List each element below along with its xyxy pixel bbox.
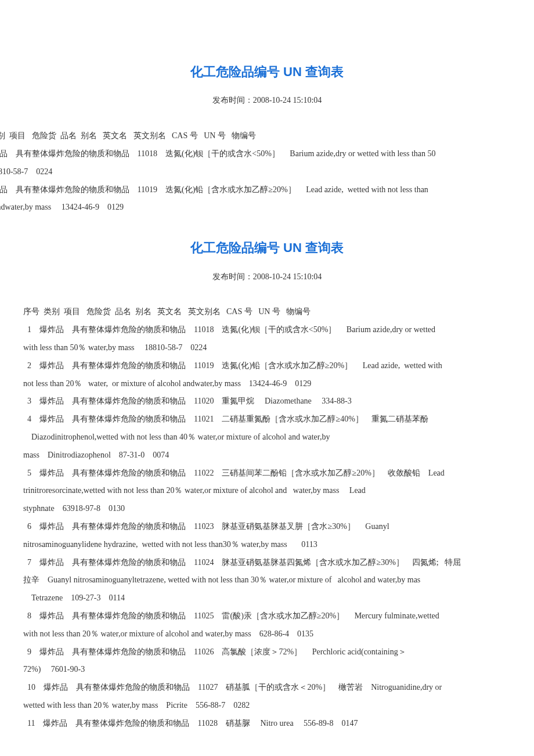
- data-row: Tetrazene 109-27-3 0114: [23, 589, 534, 607]
- data-row: 2 爆炸品 具有整体爆炸危险的物质和物品 11019 迭氮(化)铅［含水或水加乙…: [23, 357, 534, 375]
- data-row: ohol andwater,by mass 13424-46-9 0129: [0, 199, 534, 217]
- table-fragment-top: 号 类别 项目 危险货 品名 别名 英文名 英文别名 CAS 号 UN 号 物编…: [0, 127, 534, 217]
- publish-time-top: 发布时间：2008-10-24 15:10:04: [12, 92, 522, 110]
- data-row: 7 爆炸品 具有整体爆炸危险的物质和物品 11024 脒基亚硝氨基脒基四氮烯［含…: [23, 554, 534, 572]
- data-row: not less than 20％ water, or mixture of a…: [23, 375, 534, 393]
- data-row: styphnate 63918-97-8 0130: [23, 500, 534, 518]
- page-title-top: 化工危险品编号 UN 查询表: [12, 58, 522, 86]
- data-row: wetted with less than 20％ water,by mass …: [23, 697, 534, 715]
- data-row: mass Dinitrodiazophenol 87-31-0 0074: [23, 447, 534, 465]
- data-row: s 18810-58-7 0224: [0, 163, 534, 181]
- data-row: 爆炸品 具有整体爆炸危险的物质和物品 11019 迭氮(化)铅［含水或水加乙醇≥…: [0, 181, 534, 199]
- data-row: trinitroresorcinate,wetted with not less…: [23, 482, 534, 500]
- data-row: 5 爆炸品 具有整体爆炸危险的物质和物品 11022 三硝基间苯二酚铅［含水或水…: [23, 465, 534, 483]
- data-row: with not less than 20％ water,or mixture …: [23, 625, 534, 643]
- data-row: 1 爆炸品 具有整体爆炸危险的物质和物品 11018 迭氮(化)钡［干的或含水<…: [23, 321, 534, 339]
- data-row: 10 爆炸品 具有整体爆炸危险的物质和物品 11027 硝基胍［干的或含水＜20…: [23, 679, 534, 697]
- data-row: 4 爆炸品 具有整体爆炸危险的物质和物品 11021 二硝基重氮酚［含水或水加乙…: [23, 411, 534, 429]
- data-row: nitrosaminoguanylidene hydrazine, wetted…: [23, 536, 534, 554]
- data-row: Diazodinitrophenol,wetted with not less …: [23, 429, 534, 447]
- data-row: 6 爆炸品 具有整体爆炸危险的物质和物品 11023 脒基亚硝氨基脒基叉肼［含水…: [23, 518, 534, 536]
- data-row: 9 爆炸品 具有整体爆炸危险的物质和物品 11026 高氯酸［浓度＞72%］ P…: [23, 643, 534, 661]
- publish-time-main: 发布时间：2008-10-24 15:10:04: [12, 268, 522, 286]
- column-header-main: 序号 类别 项目 危险货 品名 别名 英文名 英文别名 CAS 号 UN 号 物…: [23, 303, 534, 321]
- data-row: 8 爆炸品 具有整体爆炸危险的物质和物品 11025 雷(酸)汞［含水或水加乙醇…: [23, 607, 534, 625]
- data-row: 11 爆炸品 具有整体爆炸危险的物质和物品 11028 硝基脲 Nitro ur…: [23, 715, 534, 733]
- data-row: with less than 50％ water,by mass 18810-5…: [23, 339, 534, 357]
- table-main: 序号 类别 项目 危险货 品名 别名 英文名 英文别名 CAS 号 UN 号 物…: [23, 303, 534, 732]
- data-row: 拉辛 Guanyl nitrosaminoguanyltetrazene, we…: [23, 571, 534, 589]
- data-row: 72%) 7601-90-3: [23, 661, 534, 679]
- data-row: 爆炸品 具有整体爆炸危险的物质和物品 11018 迭氮(化)钡［干的或含水<50…: [0, 145, 534, 163]
- column-header-top: 号 类别 项目 危险货 品名 别名 英文名 英文别名 CAS 号 UN 号 物编…: [0, 127, 534, 145]
- data-row: 3 爆炸品 具有整体爆炸危险的物质和物品 11020 重氮甲烷 Diazomet…: [23, 393, 534, 411]
- page-title-main: 化工危险品编号 UN 查询表: [12, 234, 522, 262]
